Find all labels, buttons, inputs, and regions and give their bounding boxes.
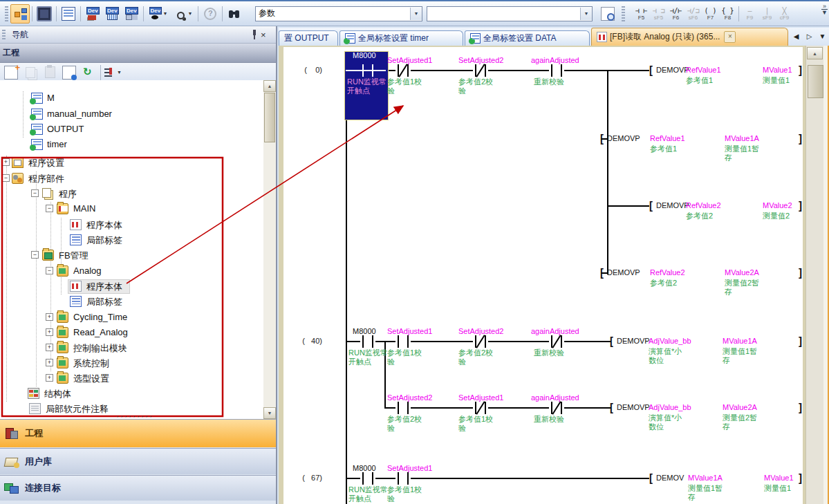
close-icon[interactable]: × bbox=[261, 30, 276, 40]
scroll-up-icon[interactable]: ▲ bbox=[807, 47, 823, 59]
parameter-combobox[interactable]: 参数 ▼ bbox=[255, 6, 422, 21]
program-list-button[interactable] bbox=[59, 4, 78, 24]
tree-item-timer[interactable]: timer bbox=[0, 138, 276, 151]
no-contact-M8000[interactable] bbox=[360, 472, 375, 485]
instruction-name[interactable]: DEMOV bbox=[656, 474, 684, 482]
tab-scroll-right-icon[interactable]: ▷ bbox=[803, 30, 815, 42]
collapse-icon[interactable]: − bbox=[31, 251, 39, 259]
instruction-name[interactable]: DEMOVP bbox=[607, 268, 640, 277]
tab-3[interactable]: [FB]读取 Analog (只读) (365...× bbox=[591, 28, 788, 46]
ladder-tool-F5[interactable]: ⊣ ⊢F5 bbox=[633, 3, 650, 24]
tree-item-程序本体[interactable]: 程序本体 bbox=[0, 218, 276, 232]
instruction-name[interactable]: DEMOVP bbox=[607, 134, 640, 142]
pin-icon[interactable] bbox=[248, 28, 261, 41]
chevron-down-icon[interactable]: ▼ bbox=[410, 8, 422, 20]
collapse-icon[interactable]: − bbox=[2, 174, 10, 182]
project-tree[interactable]: Mmanual_numberOUTPUTtimer+程序设置−程序部件−程序−M… bbox=[0, 80, 276, 419]
ladder-tool-F6[interactable]: ⊣/⊢F6 bbox=[667, 3, 684, 24]
new-data-button[interactable] bbox=[1, 63, 21, 82]
splitter-handle[interactable]: ········· bbox=[116, 411, 153, 421]
device-display-button[interactable]: ▼ bbox=[146, 4, 171, 24]
toolbar-grip[interactable] bbox=[5, 6, 8, 21]
tree-item-Cycling_Time[interactable]: +Cycling_Time bbox=[0, 310, 276, 324]
tree-item-系统控制[interactable]: +系统控制 bbox=[0, 356, 276, 370]
toolbar-overflow-button[interactable]: » ▼ bbox=[821, 3, 828, 15]
display-format-button[interactable] bbox=[598, 4, 617, 24]
paste-button[interactable] bbox=[40, 63, 59, 82]
instruction-name[interactable]: DEMOVP bbox=[617, 403, 650, 411]
nc-contact-againAdjusted[interactable] bbox=[549, 335, 564, 348]
nc-contact-againAdjusted[interactable] bbox=[549, 402, 564, 414]
find-button[interactable] bbox=[225, 4, 244, 24]
toolbar-grip[interactable] bbox=[622, 6, 625, 21]
ladder-tool-sF6[interactable]: ⊣/⊐sF6 bbox=[684, 3, 702, 24]
nc-contact-SetAdjusted1[interactable] bbox=[473, 402, 488, 414]
tree-item-程序设置[interactable]: +程序设置 bbox=[0, 156, 276, 169]
instruction-name[interactable]: DEMOVP bbox=[617, 337, 650, 345]
ladder-tool-sF5[interactable]: ⊣ ⊐sF5 bbox=[650, 3, 667, 24]
ladder-tool-F7[interactable]: ( )F7 bbox=[702, 3, 719, 24]
nav-button-用户库[interactable]: 用户库 bbox=[0, 448, 276, 474]
tree-item-FB管理[interactable]: −FB管理 bbox=[0, 248, 276, 262]
tab-scroll-list-icon[interactable]: ▼ bbox=[817, 30, 828, 42]
expand-icon[interactable]: + bbox=[46, 313, 53, 321]
tree-item-控制输出模块[interactable]: +控制输出模块 bbox=[0, 341, 276, 355]
instruction-name[interactable]: DEMOVP bbox=[656, 201, 689, 209]
device-write-button[interactable] bbox=[83, 4, 102, 24]
copy-button[interactable] bbox=[21, 63, 40, 82]
device-batch-button[interactable] bbox=[122, 4, 141, 24]
chevron-down-icon[interactable]: ▼ bbox=[580, 8, 592, 20]
tree-item-manual_number[interactable]: manual_number bbox=[0, 107, 276, 121]
tree-scrollbar-thumb[interactable] bbox=[264, 93, 275, 142]
tab-0[interactable]: 置 OUTPUT bbox=[279, 30, 338, 46]
expand-icon[interactable]: + bbox=[46, 374, 53, 382]
tree-item-程序[interactable]: −程序 bbox=[0, 187, 276, 200]
refresh-button[interactable] bbox=[79, 63, 98, 82]
device-find-button[interactable]: ▼ bbox=[171, 4, 196, 24]
data-info-button[interactable] bbox=[59, 63, 79, 82]
expand-icon[interactable]: + bbox=[46, 328, 53, 336]
sort-button[interactable]: ▼ bbox=[103, 63, 122, 82]
tab-2[interactable]: 全局标签设置 DATA bbox=[465, 30, 590, 46]
instruction-name[interactable]: DEMOVP bbox=[656, 66, 689, 74]
ladder-scrollbar-thumb[interactable] bbox=[808, 65, 823, 98]
nc-contact-SetAdjusted2[interactable] bbox=[473, 64, 488, 77]
tree-item-局部标签[interactable]: 局部标签 bbox=[0, 233, 276, 247]
no-contact-M8000[interactable] bbox=[360, 64, 375, 77]
panel-grip[interactable] bbox=[2, 30, 6, 39]
ladder-tool-F8[interactable]: { }F8 bbox=[719, 3, 736, 24]
collapse-icon[interactable]: − bbox=[31, 189, 39, 197]
tree-item-M[interactable]: M bbox=[0, 91, 276, 105]
tab-scroll-left-icon[interactable]: ◀ bbox=[790, 30, 802, 42]
nav-button-工程[interactable]: 工程 bbox=[0, 419, 276, 447]
ladder-vscrollbar[interactable]: ▲ bbox=[805, 46, 824, 504]
project-view-button[interactable] bbox=[10, 4, 30, 24]
ladder-canvas[interactable]: ( 0)( 40)( 67)M8000RUN监视常 开触点SetAdjusted… bbox=[283, 47, 803, 504]
no-contact-againAdjusted[interactable] bbox=[549, 64, 564, 77]
no-contact-SetAdjusted1[interactable] bbox=[395, 335, 411, 348]
scroll-down-icon[interactable]: ▼ bbox=[263, 407, 276, 419]
help-button[interactable] bbox=[201, 4, 220, 24]
tab-close-icon[interactable]: × bbox=[724, 31, 736, 43]
scroll-up-icon[interactable]: ▲ bbox=[263, 80, 276, 92]
ladder-tool-F9[interactable]: —F9 bbox=[741, 3, 758, 24]
collapse-icon[interactable]: − bbox=[46, 205, 53, 212]
expand-icon[interactable]: + bbox=[2, 158, 10, 166]
secondary-combobox[interactable]: ▼ bbox=[427, 6, 593, 21]
tree-item-Read_Analog[interactable]: +Read_Analog bbox=[0, 326, 276, 339]
nav-button-连接目标[interactable]: 连接目标 bbox=[0, 475, 276, 501]
tree-item-程序本体[interactable]: 程序本体 bbox=[0, 279, 276, 293]
nc-contact-SetAdjusted2[interactable] bbox=[473, 335, 488, 348]
ladder-tool-sF9[interactable]: |sF9 bbox=[758, 3, 776, 24]
tree-item-结构体[interactable]: 结构体 bbox=[0, 386, 276, 400]
device-monitor-button[interactable] bbox=[102, 4, 122, 24]
collapse-icon[interactable]: − bbox=[46, 267, 53, 274]
tree-item-选型设置[interactable]: +选型设置 bbox=[0, 371, 276, 385]
tree-scrollbar[interactable]: ▲ ▼ bbox=[263, 80, 276, 419]
no-contact-M8000[interactable] bbox=[360, 335, 375, 348]
tree-item-程序部件[interactable]: −程序部件 bbox=[0, 171, 276, 185]
expand-icon[interactable]: + bbox=[46, 359, 53, 366]
ladder-tool-cF9[interactable]: ╳cF9 bbox=[776, 3, 793, 24]
nc-contact-SetAdjusted1[interactable] bbox=[395, 64, 411, 77]
no-contact-SetAdjusted2[interactable] bbox=[395, 402, 411, 414]
